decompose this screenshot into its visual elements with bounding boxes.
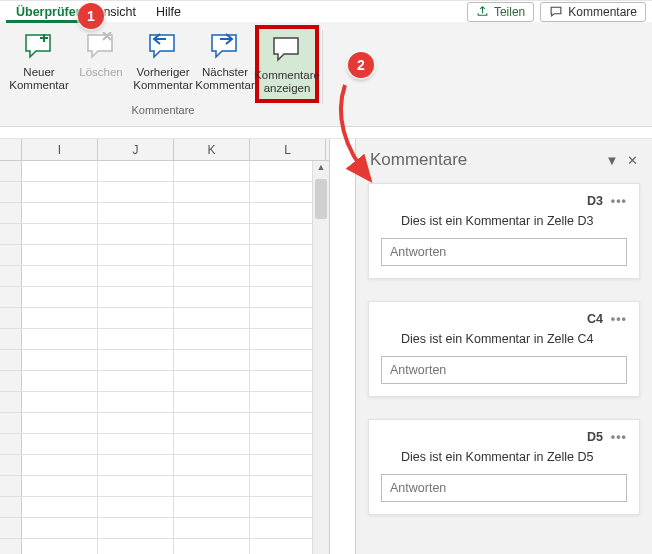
reply-input[interactable]	[381, 356, 627, 384]
col-header-K[interactable]: K	[174, 139, 250, 160]
comment-more-icon[interactable]: •••	[611, 430, 627, 444]
table-row[interactable]	[0, 161, 329, 182]
table-row[interactable]	[0, 434, 329, 455]
table-row[interactable]	[0, 224, 329, 245]
table-row[interactable]	[0, 497, 329, 518]
table-row[interactable]	[0, 350, 329, 371]
scroll-up-arrow[interactable]: ▲	[313, 159, 329, 175]
scroll-thumb[interactable]	[315, 179, 327, 219]
table-row[interactable]	[0, 182, 329, 203]
share-label: Teilen	[494, 5, 525, 19]
next-comment-label2: Kommentar	[195, 79, 254, 92]
new-comment-button[interactable]: Neuer Kommentar	[8, 26, 70, 102]
comment-more-icon[interactable]: •••	[611, 312, 627, 326]
new-comment-label1: Neuer	[23, 66, 54, 79]
callout-1: 1	[78, 3, 104, 29]
share-button[interactable]: Teilen	[467, 2, 534, 22]
col-header-J[interactable]: J	[98, 139, 174, 160]
pane-close-icon[interactable]: ✕	[622, 153, 642, 168]
table-row[interactable]	[0, 308, 329, 329]
show-comments-icon	[271, 33, 303, 65]
comment-card: D5•••Dies ist ein Kommentar in Zelle D5	[368, 419, 640, 515]
worksheet-area[interactable]: I J K L ▲	[0, 139, 330, 554]
prev-comment-button[interactable]: Vorheriger Kommentar	[132, 26, 194, 102]
callout-2: 2	[348, 52, 374, 78]
table-row[interactable]	[0, 455, 329, 476]
next-comment-button[interactable]: Nächster Kommentar	[194, 26, 256, 102]
comment-more-icon[interactable]: •••	[611, 194, 627, 208]
prev-comment-label2: Kommentar	[133, 79, 192, 92]
table-row[interactable]	[0, 518, 329, 539]
tab-help[interactable]: Hilfe	[146, 1, 191, 23]
table-row[interactable]	[0, 392, 329, 413]
table-row[interactable]	[0, 476, 329, 497]
table-row[interactable]	[0, 413, 329, 434]
comments-top-button[interactable]: Kommentare	[540, 2, 646, 22]
comment-text: Dies ist ein Kommentar in Zelle D5	[381, 444, 627, 474]
next-comment-icon	[209, 30, 241, 62]
ribbon-group-label: Kommentare	[132, 102, 195, 116]
table-row[interactable]	[0, 371, 329, 392]
show-comments-label1: Kommentare	[254, 69, 320, 82]
comment-text: Dies ist ein Kommentar in Zelle D3	[381, 208, 627, 238]
comment-cell-ref: C4	[587, 312, 603, 326]
comment-card: D3•••Dies ist ein Kommentar in Zelle D3	[368, 183, 640, 279]
table-row[interactable]	[0, 266, 329, 287]
vertical-scrollbar[interactable]: ▲	[312, 161, 329, 554]
new-comment-label2: Kommentar	[9, 79, 68, 92]
pane-title: Kommentare	[370, 150, 602, 170]
prev-comment-icon	[147, 30, 179, 62]
delete-comment-label: Löschen	[79, 66, 122, 79]
comment-card: C4•••Dies ist ein Kommentar in Zelle C4	[368, 301, 640, 397]
table-row[interactable]	[0, 245, 329, 266]
delete-comment-button: Löschen	[70, 26, 132, 102]
share-icon	[476, 5, 489, 18]
table-row[interactable]	[0, 329, 329, 350]
reply-input[interactable]	[381, 474, 627, 502]
col-header-I[interactable]: I	[22, 139, 98, 160]
table-row[interactable]	[0, 203, 329, 224]
comment-text: Dies ist ein Kommentar in Zelle C4	[381, 326, 627, 356]
pane-dropdown-icon[interactable]: ▼	[602, 153, 622, 168]
reply-input[interactable]	[381, 238, 627, 266]
show-comments-button[interactable]: Kommentare anzeigen	[256, 26, 318, 102]
comment-icon	[549, 5, 563, 18]
table-row[interactable]	[0, 287, 329, 308]
show-comments-label2: anzeigen	[264, 82, 311, 95]
new-comment-icon	[23, 30, 55, 62]
comment-cell-ref: D5	[587, 430, 603, 444]
delete-comment-icon	[85, 30, 117, 62]
prev-comment-label1: Vorheriger	[136, 66, 189, 79]
comment-cell-ref: D3	[587, 194, 603, 208]
comments-pane: Kommentare ▼ ✕ D3•••Dies ist ein Komment…	[356, 139, 652, 554]
col-header-L[interactable]: L	[250, 139, 326, 160]
comments-top-label: Kommentare	[568, 5, 637, 19]
next-comment-label1: Nächster	[202, 66, 248, 79]
table-row[interactable]	[0, 539, 329, 554]
